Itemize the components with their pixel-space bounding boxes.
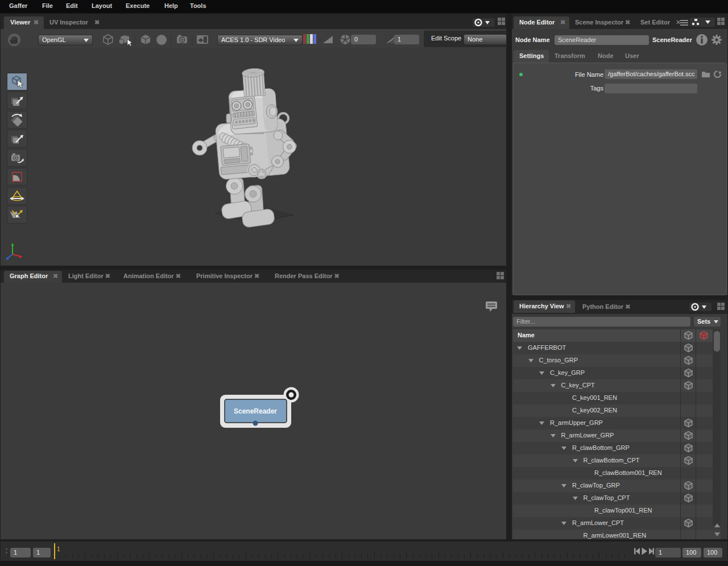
svg-text:SceneReader: SceneReader — [234, 407, 277, 415]
